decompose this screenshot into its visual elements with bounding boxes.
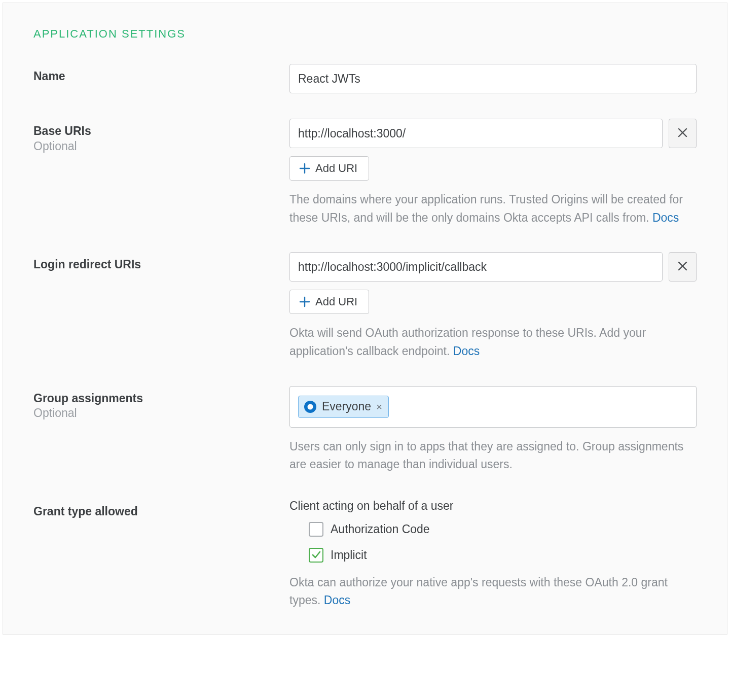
add-login-redirect-button[interactable]: Add URI <box>289 290 369 314</box>
authorization-code-label: Authorization Code <box>331 522 430 536</box>
field-name: Name <box>33 64 697 93</box>
group-assignments-label: Group assignments <box>33 391 289 406</box>
field-login-redirect-uris: Login redirect URIs Add URI Okta will se… <box>33 252 697 360</box>
base-uris-docs-link[interactable]: Docs <box>652 211 679 224</box>
name-label: Name <box>33 69 289 84</box>
grant-option-authorization-code: Authorization Code <box>289 522 697 537</box>
base-uri-input[interactable] <box>289 119 663 148</box>
plus-icon <box>299 296 310 307</box>
implicit-label: Implicit <box>331 548 367 562</box>
base-uris-optional: Optional <box>33 139 289 153</box>
section-title: APPLICATION SETTINGS <box>33 27 697 41</box>
grant-type-help: Okta can authorize your native app's req… <box>289 574 697 610</box>
authorization-code-checkbox[interactable] <box>309 522 323 537</box>
login-redirect-label: Login redirect URIs <box>33 257 289 272</box>
group-icon <box>304 400 317 413</box>
remove-chip-icon[interactable]: × <box>376 402 382 412</box>
add-base-uri-button[interactable]: Add URI <box>289 156 369 181</box>
close-icon <box>678 128 687 139</box>
group-assignments-help: Users can only sign in to apps that they… <box>289 438 697 474</box>
close-icon <box>678 261 687 273</box>
name-input[interactable] <box>289 64 697 93</box>
implicit-checkbox[interactable] <box>309 548 323 563</box>
login-redirect-input[interactable] <box>289 252 663 282</box>
plus-icon <box>299 163 310 174</box>
login-redirect-docs-link[interactable]: Docs <box>453 344 480 358</box>
application-settings-panel: APPLICATION SETTINGS Name Base URIs Opti… <box>3 3 727 635</box>
group-assignments-optional: Optional <box>33 406 289 420</box>
group-assignments-input[interactable]: Everyone × <box>289 386 697 428</box>
grant-type-label: Grant type allowed <box>33 504 289 519</box>
grant-type-docs-link[interactable]: Docs <box>324 593 350 607</box>
field-group-assignments: Group assignments Optional Everyone × Us… <box>33 386 697 474</box>
add-uri-label: Add URI <box>315 162 357 175</box>
remove-login-redirect-button[interactable] <box>669 252 697 282</box>
grant-type-subheading: Client acting on behalf of a user <box>289 499 697 513</box>
grant-option-implicit: Implicit <box>289 548 697 563</box>
svg-point-1 <box>308 404 313 409</box>
login-redirect-help: Okta will send OAuth authorization respo… <box>289 324 697 360</box>
field-base-uris: Base URIs Optional Add URI The domains w… <box>33 119 697 227</box>
remove-base-uri-button[interactable] <box>669 119 697 148</box>
group-chip-label: Everyone <box>322 400 371 413</box>
base-uris-help: The domains where your application runs.… <box>289 191 697 227</box>
group-chip-everyone: Everyone × <box>298 396 389 418</box>
base-uris-label: Base URIs <box>33 124 289 138</box>
field-grant-type: Grant type allowed Client acting on beha… <box>33 499 697 610</box>
add-uri-label: Add URI <box>315 295 357 308</box>
